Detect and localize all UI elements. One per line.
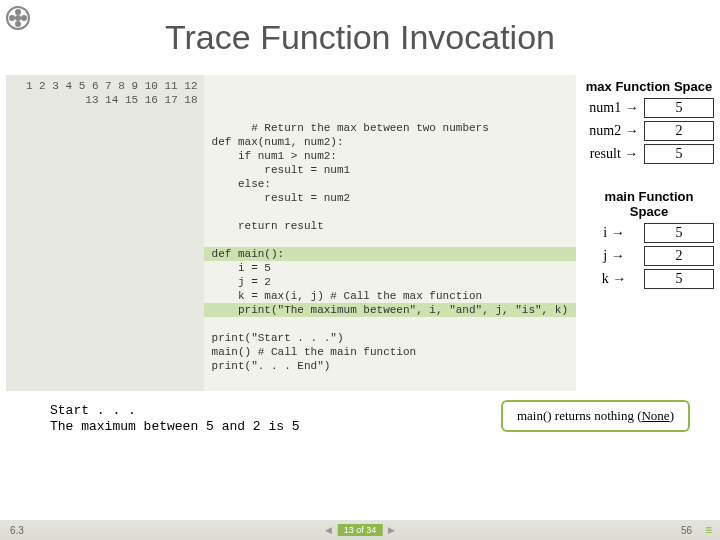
- var-row: i →5: [584, 223, 714, 243]
- variable-panels: max Function Space num1 →5 num2 →2 resul…: [584, 75, 714, 391]
- menu-icon[interactable]: ≡: [705, 523, 712, 537]
- prev-icon[interactable]: ◀: [325, 525, 332, 535]
- var-row: num1 →5: [584, 98, 714, 118]
- page-title: Trace Function Invocation: [0, 18, 720, 57]
- max-space-title: max Function Space: [584, 79, 714, 94]
- footer-bar: 6.3 ◀ 13 of 34 ▶ 56 ≡: [0, 520, 720, 540]
- line-numbers: 1 2 3 4 5 6 7 8 9 10 11 12 13 14 15 16 1…: [6, 75, 204, 391]
- slide-nav: ◀ 13 of 34 ▶: [325, 524, 396, 536]
- var-row: result →5: [584, 144, 714, 164]
- page-indicator: 13 of 34: [338, 524, 383, 536]
- section-number: 6.3: [10, 525, 24, 536]
- var-row: num2 →2: [584, 121, 714, 141]
- code-text: # Return the max between two numbers def…: [204, 75, 576, 391]
- content: 1 2 3 4 5 6 7 8 9 10 11 12 13 14 15 16 1…: [0, 75, 720, 391]
- code-block: 1 2 3 4 5 6 7 8 9 10 11 12 13 14 15 16 1…: [6, 75, 576, 391]
- var-row: j →2: [584, 246, 714, 266]
- logo-icon: [6, 6, 30, 30]
- callout-box: main() returns nothing (None): [501, 400, 690, 432]
- var-row: k →5: [584, 269, 714, 289]
- page-number: 56: [681, 525, 692, 536]
- next-icon[interactable]: ▶: [388, 525, 395, 535]
- main-space-title: main Function Space: [584, 189, 714, 219]
